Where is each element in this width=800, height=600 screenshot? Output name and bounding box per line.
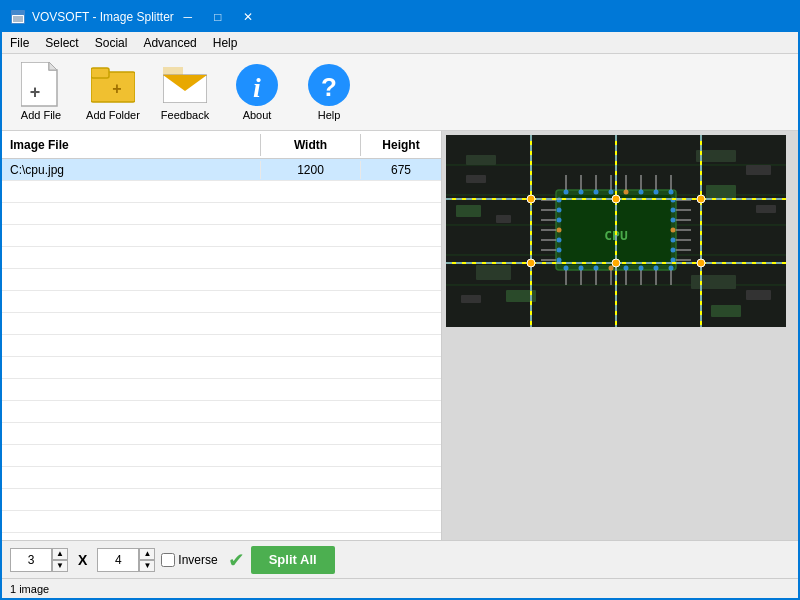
cols-input[interactable] bbox=[97, 548, 139, 572]
svg-point-111 bbox=[612, 195, 620, 203]
empty-row bbox=[2, 203, 441, 225]
svg-point-94 bbox=[594, 266, 599, 271]
svg-rect-26 bbox=[496, 215, 511, 223]
status-bar: 1 image bbox=[2, 578, 798, 598]
svg-point-93 bbox=[579, 266, 584, 271]
file-list-panel: Image File Width Height C:\cpu.jpg 1200 … bbox=[2, 131, 442, 540]
svg-point-76 bbox=[557, 258, 562, 263]
svg-text:?: ? bbox=[321, 72, 337, 102]
svg-point-114 bbox=[612, 259, 620, 267]
add-file-label: Add File bbox=[21, 109, 61, 121]
menu-social[interactable]: Social bbox=[87, 32, 136, 53]
svg-point-72 bbox=[557, 218, 562, 223]
rows-down-arrow[interactable]: ▼ bbox=[52, 560, 68, 572]
svg-point-90 bbox=[654, 190, 659, 195]
add-file-button[interactable]: + Add File bbox=[6, 58, 76, 126]
feedback-icon bbox=[163, 63, 207, 107]
cols-arrows: ▲ ▼ bbox=[139, 548, 155, 572]
svg-text:+: + bbox=[112, 80, 121, 97]
check-icon: ✔ bbox=[228, 548, 245, 572]
help-button[interactable]: ? Help bbox=[294, 58, 364, 126]
feedback-label: Feedback bbox=[161, 109, 209, 121]
empty-row bbox=[2, 401, 441, 423]
table-body[interactable]: C:\cpu.jpg 1200 675 bbox=[2, 159, 441, 540]
svg-point-91 bbox=[669, 190, 674, 195]
empty-row bbox=[2, 379, 441, 401]
svg-rect-25 bbox=[456, 205, 481, 217]
svg-rect-2 bbox=[13, 16, 23, 22]
about-icon: i bbox=[235, 63, 279, 107]
cols-down-arrow[interactable]: ▼ bbox=[139, 560, 155, 572]
svg-point-84 bbox=[564, 190, 569, 195]
help-icon: ? bbox=[307, 63, 351, 107]
empty-row bbox=[2, 291, 441, 313]
col-header-image-file: Image File bbox=[2, 134, 261, 156]
add-folder-icon: + bbox=[91, 63, 135, 107]
svg-marker-4 bbox=[49, 62, 57, 70]
svg-point-99 bbox=[669, 266, 674, 271]
toolbar: + Add File + Add Folder Feedback bbox=[2, 54, 798, 131]
empty-row bbox=[2, 357, 441, 379]
menu-help[interactable]: Help bbox=[205, 32, 246, 53]
svg-point-86 bbox=[594, 190, 599, 195]
svg-point-85 bbox=[579, 190, 584, 195]
table-row[interactable]: C:\cpu.jpg 1200 675 bbox=[2, 159, 441, 181]
svg-marker-11 bbox=[163, 67, 183, 75]
menu-file[interactable]: File bbox=[2, 32, 37, 53]
svg-rect-7 bbox=[91, 68, 109, 78]
svg-rect-36 bbox=[711, 305, 741, 317]
svg-point-71 bbox=[557, 208, 562, 213]
empty-row bbox=[2, 511, 441, 533]
empty-row bbox=[2, 313, 441, 335]
rows-spinner[interactable]: ▲ ▼ bbox=[10, 548, 68, 572]
rows-up-arrow[interactable]: ▲ bbox=[52, 548, 68, 560]
split-all-button[interactable]: Split All bbox=[251, 546, 335, 574]
empty-row bbox=[2, 247, 441, 269]
svg-rect-23 bbox=[466, 155, 496, 165]
close-button[interactable]: ✕ bbox=[234, 3, 262, 31]
empty-row bbox=[2, 423, 441, 445]
svg-point-110 bbox=[527, 195, 535, 203]
empty-row bbox=[2, 181, 441, 203]
svg-text:i: i bbox=[253, 72, 261, 103]
about-label: About bbox=[243, 109, 272, 121]
image-preview-panel: CPU bbox=[442, 131, 798, 540]
svg-rect-27 bbox=[476, 265, 511, 280]
maximize-button[interactable]: □ bbox=[204, 3, 232, 31]
bottom-bar: ▲ ▼ X ▲ ▼ Inverse ✔ Split All bbox=[2, 540, 798, 578]
minimize-button[interactable]: ─ bbox=[174, 3, 202, 31]
title-text: VOVSOFT - Image Splitter bbox=[32, 10, 174, 24]
menu-select[interactable]: Select bbox=[37, 32, 86, 53]
svg-point-112 bbox=[697, 195, 705, 203]
menu-advanced[interactable]: Advanced bbox=[135, 32, 204, 53]
svg-rect-35 bbox=[746, 290, 771, 300]
feedback-button[interactable]: Feedback bbox=[150, 58, 220, 126]
inverse-checkbox-group: Inverse bbox=[161, 553, 217, 567]
rows-arrows: ▲ ▼ bbox=[52, 548, 68, 572]
help-label: Help bbox=[318, 109, 341, 121]
about-button[interactable]: i About bbox=[222, 58, 292, 126]
rows-input[interactable] bbox=[10, 548, 52, 572]
svg-point-83 bbox=[671, 258, 676, 263]
svg-point-80 bbox=[671, 228, 676, 233]
table-header: Image File Width Height bbox=[2, 131, 441, 159]
svg-point-92 bbox=[564, 266, 569, 271]
add-folder-button[interactable]: + Add Folder bbox=[78, 58, 148, 126]
svg-rect-33 bbox=[756, 205, 776, 213]
svg-point-113 bbox=[527, 259, 535, 267]
svg-point-75 bbox=[557, 248, 562, 253]
svg-text:+: + bbox=[30, 82, 41, 102]
cols-spinner[interactable]: ▲ ▼ bbox=[97, 548, 155, 572]
svg-rect-24 bbox=[466, 175, 486, 183]
add-folder-label: Add Folder bbox=[86, 109, 140, 121]
svg-point-88 bbox=[624, 190, 629, 195]
cols-up-arrow[interactable]: ▲ bbox=[139, 548, 155, 560]
svg-point-115 bbox=[697, 259, 705, 267]
empty-row bbox=[2, 269, 441, 291]
inverse-checkbox[interactable] bbox=[161, 553, 175, 567]
window-controls: ─ □ ✕ bbox=[174, 3, 262, 31]
svg-point-81 bbox=[671, 238, 676, 243]
svg-rect-31 bbox=[746, 165, 771, 175]
empty-row bbox=[2, 335, 441, 357]
status-text: 1 image bbox=[10, 583, 49, 595]
